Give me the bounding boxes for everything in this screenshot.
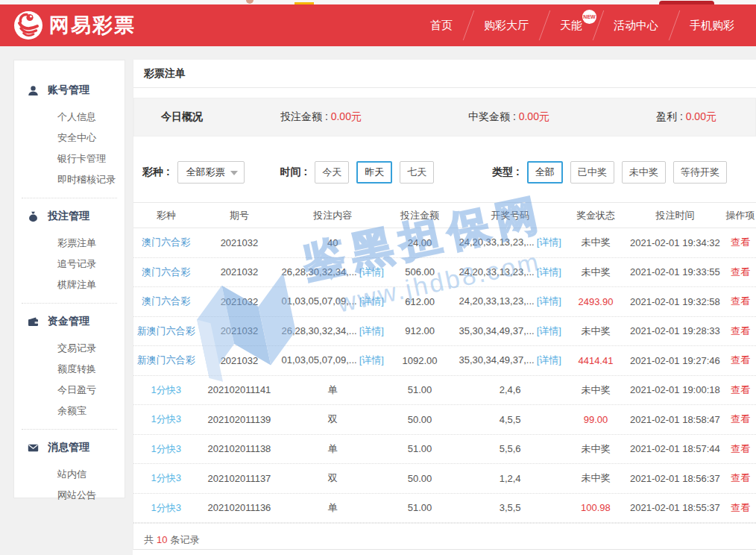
- cell-lottery-name: 新澳门六合彩: [133, 354, 199, 367]
- nav-item-4[interactable]: 活动中心: [598, 4, 674, 46]
- view-link[interactable]: 查看: [731, 295, 750, 307]
- cell-draw-numbers: 1,2,4: [454, 473, 566, 484]
- cell-bet-amount: 51.00: [385, 443, 454, 454]
- draw-numbers-detail-link[interactable]: [详情]: [537, 266, 561, 278]
- cell-prize-status: 未中奖: [566, 266, 625, 279]
- time-filter-label: 时间 :: [280, 166, 308, 179]
- prize-status-text: 未中奖: [581, 266, 610, 278]
- view-link[interactable]: 查看: [731, 266, 750, 278]
- view-link[interactable]: 查看: [731, 472, 750, 483]
- type-filter-等待开奖[interactable]: 等待开奖: [673, 161, 727, 184]
- cell-lottery-name: 澳门六合彩: [133, 266, 199, 279]
- view-link[interactable]: 查看: [731, 325, 750, 336]
- lottery-name-link[interactable]: 澳门六合彩: [142, 236, 190, 248]
- bet-content-detail-link[interactable]: [详情]: [359, 354, 384, 366]
- lottery-name-link[interactable]: 1分快3: [151, 443, 181, 454]
- sidebar-section-1: 账号管理: [14, 81, 125, 99]
- table-row: 澳门六合彩202103201,03,05,07,09,...[详情]612.00…: [133, 287, 756, 317]
- cell-bet-content: 01,03,05,07,09,...[详情]: [280, 295, 385, 308]
- today-summary-bar: 今日概况 投注金额 : 0.00元 中奖金额 : 0.00元 盈利 : 0.00…: [133, 98, 756, 137]
- view-link[interactable]: 查看: [731, 354, 750, 366]
- sidebar-divider: [22, 198, 117, 198]
- sidebar-item-网站公告[interactable]: 网站公告: [14, 485, 125, 506]
- cell-lottery-name: 1分快3: [133, 471, 199, 485]
- sidebar-item-余额宝[interactable]: 余额宝: [14, 401, 125, 421]
- draw-numbers-text: 5,5,6: [500, 443, 521, 454]
- lottery-name-link[interactable]: 1分快3: [151, 472, 181, 483]
- sidebar-item-今日盈亏[interactable]: 今日盈亏: [14, 380, 125, 401]
- cell-bet-content: 双: [280, 413, 385, 426]
- new-badge: NEW: [582, 10, 596, 24]
- table-row: 新澳门六合彩202103226,28,30,32,34,...[详情]912.0…: [133, 317, 756, 347]
- user-icon: [28, 85, 39, 96]
- moneybag-icon: [28, 211, 39, 222]
- lottery-name-link[interactable]: 澳门六合彩: [142, 266, 190, 278]
- page-title: 彩票注单: [133, 60, 756, 88]
- draw-numbers-text: 1,2,4: [500, 473, 521, 484]
- cell-draw-numbers: 3,5,5: [454, 502, 566, 513]
- chevron-down-icon: [230, 171, 238, 175]
- sidebar-item-即时稽核记录[interactable]: 即时稽核记录: [14, 169, 125, 190]
- sidebar-item-棋牌注单[interactable]: 棋牌注单: [14, 275, 125, 295]
- cell-bet-content: 40: [280, 237, 385, 248]
- draw-numbers-detail-link[interactable]: [详情]: [537, 295, 561, 307]
- lottery-name-link[interactable]: 1分快3: [151, 384, 181, 395]
- lottery-name-link[interactable]: 1分快3: [151, 502, 181, 513]
- time-filter-今天[interactable]: 今天: [315, 161, 349, 184]
- lottery-name-link[interactable]: 新澳门六合彩: [137, 354, 195, 366]
- nav-item-5[interactable]: 手机购彩: [674, 4, 750, 46]
- draw-numbers-detail-link[interactable]: [详情]: [537, 236, 561, 248]
- nav-item-1[interactable]: 首页: [415, 4, 468, 46]
- cell-bet-content: 01,03,05,07,09,...[详情]: [280, 354, 385, 367]
- view-link[interactable]: 查看: [731, 236, 750, 248]
- type-filter-已中奖[interactable]: 已中奖: [570, 161, 614, 184]
- type-filter-未中奖[interactable]: 未中奖: [622, 161, 666, 184]
- table-row: 1分快3202102011137双50.001,2,4未中奖2021-02-01…: [133, 464, 756, 494]
- cell-prize-status: 4414.41: [566, 355, 625, 366]
- sidebar-item-额度转换[interactable]: 额度转换: [14, 359, 125, 380]
- bet-content-detail-link[interactable]: [详情]: [359, 295, 384, 307]
- lottery-name-link[interactable]: 1分快3: [151, 413, 181, 424]
- sidebar-item-安全中心[interactable]: 安全中心: [14, 128, 125, 148]
- nav-item-2[interactable]: 购彩大厅: [468, 4, 544, 46]
- cell-action: 查看: [725, 383, 756, 397]
- view-link[interactable]: 查看: [731, 502, 750, 513]
- type-filter-全部[interactable]: 全部: [527, 161, 563, 184]
- site-logo[interactable]: 网易彩票: [13, 10, 136, 40]
- bet-content-detail-link[interactable]: [详情]: [359, 325, 384, 336]
- sidebar-item-站内信[interactable]: 站内信: [14, 464, 125, 485]
- bet-content-text: 40: [327, 237, 338, 248]
- cell-prize-status: 未中奖: [566, 471, 625, 485]
- lottery-name-link[interactable]: 澳门六合彩: [142, 295, 190, 307]
- view-link[interactable]: 查看: [731, 384, 750, 395]
- sidebar-item-追号记录[interactable]: 追号记录: [14, 254, 125, 275]
- draw-numbers-detail-link[interactable]: [详情]: [537, 325, 561, 336]
- time-filter-七天[interactable]: 七天: [400, 161, 434, 184]
- draw-numbers-text: 24,20,33,13,23,...: [459, 266, 534, 278]
- bet-content-detail-link[interactable]: [详情]: [359, 266, 384, 278]
- view-link[interactable]: 查看: [731, 413, 750, 424]
- sidebar-section-title: 投注管理: [48, 210, 89, 223]
- lottery-select[interactable]: 全部彩票: [177, 161, 245, 184]
- cell-bet-time: 2021-02-01 19:00:18: [626, 384, 725, 395]
- prize-status-text: 99.00: [584, 414, 608, 425]
- sidebar-item-个人信息[interactable]: 个人信息: [14, 107, 125, 128]
- lottery-name-link[interactable]: 新澳门六合彩: [137, 325, 195, 336]
- time-filter-昨天[interactable]: 昨天: [356, 161, 392, 184]
- time-filter-group: 今天昨天七天: [315, 161, 441, 184]
- cell-bet-time: 2021-02-01 18:55:37: [626, 502, 725, 513]
- main-panel: 彩票注单 今日概况 投注金额 : 0.00元 中奖金额 : 0.00元 盈利 :…: [133, 60, 756, 550]
- sidebar: 账号管理个人信息安全中心银行卡管理即时稽核记录投注管理彩票注单追号记录棋牌注单资…: [13, 60, 125, 498]
- bet-content-text: 双: [328, 472, 338, 483]
- cell-bet-content: 双: [280, 471, 385, 485]
- cell-draw-numbers: 35,30,34,49,37,...[详情]: [454, 324, 566, 338]
- nav-item-3[interactable]: 天能NEW: [544, 4, 598, 46]
- view-link[interactable]: 查看: [731, 443, 750, 454]
- sidebar-item-彩票注单[interactable]: 彩票注单: [14, 233, 125, 254]
- sidebar-item-交易记录[interactable]: 交易记录: [14, 338, 125, 359]
- sidebar-item-银行卡管理[interactable]: 银行卡管理: [14, 148, 125, 169]
- prize-status-text: 未中奖: [581, 325, 610, 336]
- record-count: 共10条记录: [133, 523, 756, 555]
- cell-draw-numbers: 5,5,6: [454, 443, 566, 454]
- draw-numbers-detail-link[interactable]: [详情]: [537, 354, 561, 366]
